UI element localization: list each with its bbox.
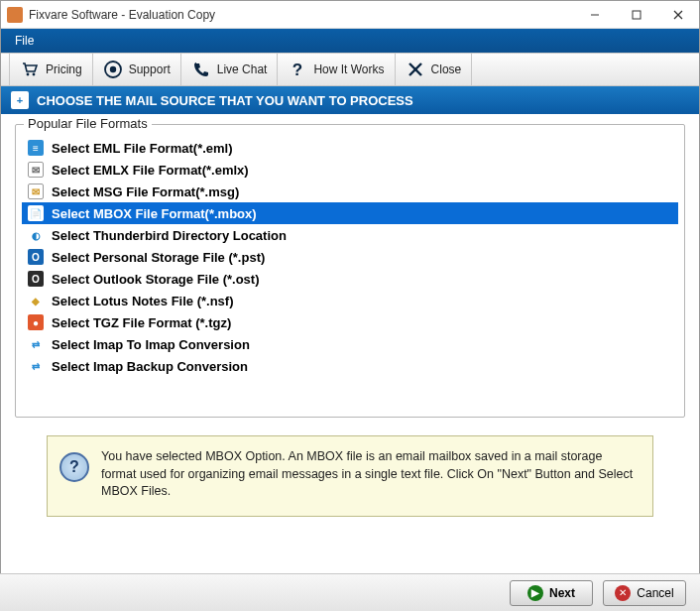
format-icon: O <box>28 249 44 265</box>
next-button[interactable]: ▶ Next <box>510 580 593 606</box>
format-icon: ◆ <box>28 293 44 308</box>
format-icon: ⇄ <box>28 336 44 352</box>
main-panel: Popular File Formats ≡Select EML File Fo… <box>1 114 699 529</box>
format-label: Select EML File Format(*.eml) <box>52 141 233 156</box>
toolbar-label: How It Works <box>313 62 384 76</box>
format-icon: O <box>28 271 44 287</box>
page-add-icon: + <box>11 91 29 109</box>
format-label: Select Thunderbird Directory Location <box>52 228 287 243</box>
format-label: Select Imap Backup Conversion <box>52 359 248 374</box>
format-label: Select Personal Storage File (*.pst) <box>52 250 265 265</box>
format-label: Select TGZ File Format (*.tgz) <box>52 315 231 330</box>
close-window-button[interactable] <box>657 1 699 29</box>
toolbar-howitworks[interactable]: ? How It Works <box>278 54 395 85</box>
file-formats-group: Popular File Formats ≡Select EML File Fo… <box>15 124 685 418</box>
format-icon: ✉ <box>28 162 44 178</box>
format-icon: ≡ <box>28 140 44 156</box>
close-icon <box>406 60 425 79</box>
format-item[interactable]: ✉Select MSG File Format(*.msg) <box>22 181 678 202</box>
format-icon: ⇄ <box>28 358 44 374</box>
format-item[interactable]: 📄Select MBOX File Format(*.mbox) <box>22 202 678 224</box>
menu-file[interactable]: File <box>9 32 40 50</box>
format-item[interactable]: ≡Select EML File Format(*.eml) <box>22 137 678 159</box>
toolbar-livechat[interactable]: Live Chat <box>181 54 279 85</box>
window-controls <box>574 1 699 29</box>
format-item[interactable]: ⇄Select Imap Backup Conversion <box>22 355 678 377</box>
svg-point-7 <box>109 66 115 72</box>
button-label: Cancel <box>637 586 673 600</box>
app-icon <box>7 7 23 23</box>
format-list: ≡Select EML File Format(*.eml)✉Select EM… <box>22 137 678 377</box>
section-header-text: CHOOSE THE MAIL SOURCE THAT YOU WANT TO … <box>37 93 413 108</box>
toolbar-label: Close <box>431 62 462 76</box>
format-label: Select Imap To Imap Conversion <box>52 337 250 352</box>
format-label: Select Lotus Notes File (*.nsf) <box>52 294 233 308</box>
format-icon: 📄 <box>28 205 44 221</box>
svg-point-5 <box>33 73 36 76</box>
info-panel: ? You have selected MBOX Option. An MBOX… <box>47 435 653 517</box>
info-text: You have selected MBOX Option. An MBOX f… <box>101 448 637 501</box>
format-item[interactable]: ✉Select EMLX File Format(*.emlx) <box>22 159 678 181</box>
cart-icon <box>20 60 40 79</box>
toolbar-pricing[interactable]: Pricing <box>9 54 93 85</box>
format-item[interactable]: ●Select TGZ File Format (*.tgz) <box>22 311 678 333</box>
format-label: Select Outlook Storage File (*.ost) <box>52 272 259 287</box>
format-label: Select MSG File Format(*.msg) <box>52 184 239 199</box>
group-legend: Popular File Formats <box>24 116 152 131</box>
support-icon <box>103 60 123 79</box>
toolbar: Pricing Support Live Chat ? How It Works… <box>1 53 699 86</box>
toolbar-label: Live Chat <box>217 62 268 76</box>
phone-icon <box>191 60 211 79</box>
format-item[interactable]: ◆Select Lotus Notes File (*.nsf) <box>22 290 678 311</box>
format-item[interactable]: OSelect Outlook Storage File (*.ost) <box>22 268 678 290</box>
arrow-right-icon: ▶ <box>527 585 543 601</box>
toolbar-label: Pricing <box>46 62 82 76</box>
menubar: File <box>1 29 699 53</box>
toolbar-label: Support <box>129 62 171 76</box>
toolbar-support[interactable]: Support <box>93 54 181 85</box>
minimize-button[interactable] <box>574 1 616 29</box>
format-item[interactable]: ⇄Select Imap To Imap Conversion <box>22 333 678 355</box>
format-label: Select MBOX File Format(*.mbox) <box>52 206 257 221</box>
footer: ▶ Next ✕ Cancel <box>0 573 700 611</box>
svg-rect-1 <box>633 11 641 19</box>
format-icon: ✉ <box>28 183 44 199</box>
button-label: Next <box>549 586 575 600</box>
format-icon: ◐ <box>28 227 44 243</box>
format-icon: ● <box>28 314 44 330</box>
info-icon: ? <box>59 452 89 482</box>
window-title: Fixvare Software - Evaluation Copy <box>29 8 574 22</box>
section-header: + CHOOSE THE MAIL SOURCE THAT YOU WANT T… <box>1 86 699 114</box>
format-label: Select EMLX File Format(*.emlx) <box>52 163 249 178</box>
question-icon: ? <box>288 60 307 79</box>
maximize-button[interactable] <box>616 1 657 29</box>
svg-text:?: ? <box>292 61 302 79</box>
cancel-icon: ✕ <box>615 585 631 601</box>
format-item[interactable]: ◐Select Thunderbird Directory Location <box>22 224 678 246</box>
cancel-button[interactable]: ✕ Cancel <box>603 580 686 606</box>
format-item[interactable]: OSelect Personal Storage File (*.pst) <box>22 246 678 268</box>
toolbar-close[interactable]: Close <box>396 54 473 85</box>
titlebar: Fixvare Software - Evaluation Copy <box>1 1 699 29</box>
svg-point-4 <box>27 73 30 76</box>
